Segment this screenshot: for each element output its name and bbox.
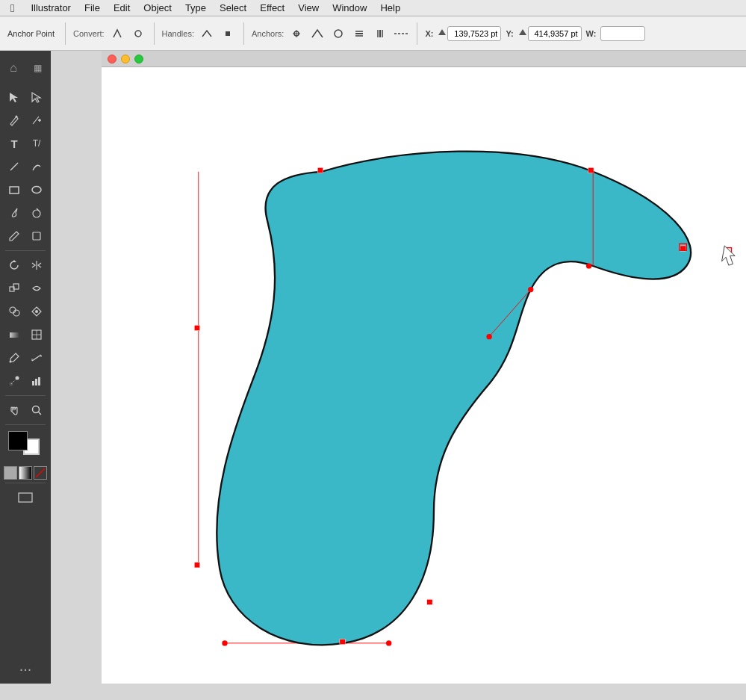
tool-row-14: [3, 399, 48, 421]
svg-line-48: [39, 412, 42, 415]
menu-illustrator[interactable]: Illustrator: [25, 1, 76, 15]
x-coord-input[interactable]: [447, 26, 501, 41]
convert-corner-btn[interactable]: [109, 25, 125, 42]
none-mode-btn[interactable]: [34, 466, 47, 480]
menu-type[interactable]: Type: [179, 1, 212, 15]
toolbar-sep-1: [65, 22, 66, 45]
mesh-tool[interactable]: [25, 323, 48, 346]
direct-select-tool[interactable]: [25, 86, 48, 108]
hand-tool[interactable]: [3, 399, 25, 421]
eyedropper-tool[interactable]: [3, 347, 25, 369]
blob-brush-tool[interactable]: [25, 202, 48, 224]
add-anchor-tool[interactable]: [25, 109, 48, 131]
menu-select[interactable]: Select: [214, 1, 252, 15]
menu-object[interactable]: Object: [137, 1, 178, 15]
y-coord-input[interactable]: [528, 26, 582, 41]
chart-tool[interactable]: [25, 370, 48, 392]
maximize-window-btn[interactable]: [134, 55, 143, 64]
fill-swatch[interactable]: [8, 431, 28, 450]
handle-right-1[interactable]: [586, 263, 591, 268]
line-tool[interactable]: [3, 155, 25, 178]
type-tool[interactable]: T: [3, 132, 25, 155]
y-coord-label: Y:: [506, 29, 513, 38]
svg-rect-1: [226, 31, 230, 36]
shape-svg: [102, 67, 746, 684]
anchor-left-2[interactable]: [194, 563, 199, 568]
more-tools-btn[interactable]: ···: [19, 660, 32, 681]
svg-point-37: [10, 361, 12, 363]
menu-file[interactable]: File: [78, 1, 106, 15]
anchor-btn-6[interactable]: [393, 25, 409, 42]
pencil-tool[interactable]: [3, 225, 25, 247]
svg-rect-46: [38, 377, 40, 385]
anchor-left-1[interactable]: [194, 325, 199, 330]
apple-menu[interactable]: : [4, 0, 20, 16]
blend-tool[interactable]: [3, 370, 25, 392]
anchor-btn-4[interactable]: [351, 25, 367, 42]
warp-tool[interactable]: [25, 277, 48, 300]
live-paint-tool[interactable]: [25, 300, 48, 323]
svg-rect-25: [33, 232, 40, 240]
tool-row-5: [3, 179, 48, 201]
screen-mode-btn[interactable]: [14, 486, 37, 509]
home-btn[interactable]: ⌂: [2, 57, 25, 79]
workspace-btn[interactable]: ▦: [26, 57, 49, 79]
gradient-mode-btn[interactable]: [19, 466, 32, 480]
type-on-path-tool[interactable]: T/: [25, 132, 48, 155]
handle-type-1[interactable]: [199, 25, 215, 42]
menu-bar:  Illustrator File Edit Object Type Sele…: [0, 0, 746, 16]
select-tool[interactable]: [3, 86, 25, 108]
handle-type-2[interactable]: [220, 25, 236, 42]
w-coord-input[interactable]: [600, 26, 645, 41]
anchor-bottom[interactable]: [340, 639, 345, 644]
menu-effect[interactable]: Effect: [254, 1, 290, 15]
color-mode-btn[interactable]: [4, 466, 17, 480]
tool-row-12: [3, 347, 48, 369]
close-window-btn[interactable]: [108, 55, 116, 64]
shape-builder-tool[interactable]: [3, 300, 25, 323]
zoom-tool[interactable]: [25, 399, 48, 421]
measure-tool[interactable]: [25, 347, 48, 369]
menu-window[interactable]: Window: [326, 1, 373, 15]
anchor-btn-5[interactable]: [372, 25, 388, 42]
arc-tool[interactable]: [25, 155, 48, 178]
svg-rect-50: [19, 493, 32, 502]
window-chrome: [102, 51, 746, 67]
minimize-window-btn[interactable]: [121, 55, 130, 64]
color-swatch-container[interactable]: [7, 431, 44, 459]
canvas-container: [51, 51, 746, 684]
main-shape[interactable]: [217, 152, 691, 645]
shaper-tool[interactable]: [25, 225, 48, 247]
tool-row-screen: [14, 486, 37, 509]
gradient-tool[interactable]: [3, 323, 25, 346]
menu-view[interactable]: View: [292, 1, 325, 15]
tool-row-13: [3, 370, 48, 392]
convert-smooth-btn[interactable]: [130, 25, 146, 42]
svg-marker-16: [32, 93, 40, 102]
anchor-btn-1[interactable]: [288, 25, 305, 42]
ellipse-tool[interactable]: [25, 179, 48, 201]
reflect-tool[interactable]: [25, 254, 48, 276]
svg-rect-21: [10, 187, 19, 193]
pen-tool[interactable]: [3, 109, 25, 131]
anchor-bottom-mid[interactable]: [427, 599, 432, 604]
handle-bottom-left[interactable]: [222, 640, 227, 645]
handle-bottom-right[interactable]: [386, 640, 391, 645]
svg-marker-13: [438, 29, 446, 35]
scale-tool[interactable]: [3, 277, 25, 300]
menu-help[interactable]: Help: [374, 1, 406, 15]
tool-sep-3: [5, 424, 46, 425]
tool-sep-2: [5, 395, 46, 396]
anchor-btn-2[interactable]: [309, 25, 326, 42]
paintbrush-tool[interactable]: [3, 202, 25, 224]
menu-edit[interactable]: Edit: [108, 1, 136, 15]
anchor-top-left[interactable]: [317, 167, 323, 173]
x-stepper-up-icon: [438, 28, 447, 40]
rect-tool[interactable]: [3, 179, 25, 201]
tool-row-6: [3, 202, 48, 224]
anchor-btn-3[interactable]: [330, 25, 346, 42]
rotate-tool[interactable]: [3, 254, 25, 276]
tool-row-7: [3, 225, 48, 247]
canvas-drawing-area[interactable]: [102, 67, 746, 684]
svg-point-0: [135, 31, 141, 37]
